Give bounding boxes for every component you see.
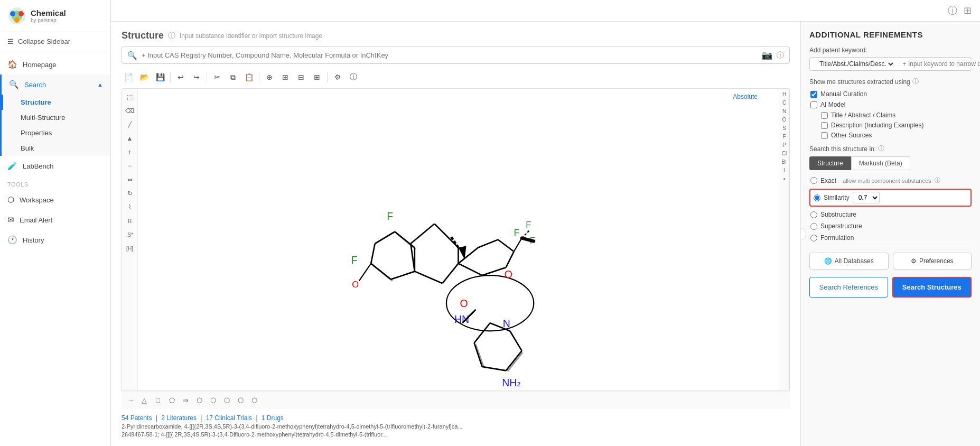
svg-line-7 <box>410 224 434 244</box>
toolbar-save-btn[interactable]: 💾 <box>153 70 167 84</box>
sidebar-item-homepage[interactable]: 🏠 Homepage <box>0 54 110 75</box>
tool-erase[interactable]: ⌫ <box>124 105 136 117</box>
grid-icon[interactable]: ⊞ <box>964 5 972 16</box>
substructure-radio[interactable] <box>810 211 817 218</box>
tool-atom-s[interactable]: .S* <box>124 228 136 241</box>
sidebar-item-multi-structure[interactable]: Multi-Structure <box>2 110 110 125</box>
atom-P[interactable]: P <box>781 142 787 148</box>
structure-search-bar: 🔍 📷 ⓘ <box>122 47 790 64</box>
tool-zoom-out[interactable]: − <box>124 160 136 172</box>
toolbar-cut-btn[interactable]: ✂ <box>210 70 224 84</box>
search-references-btn[interactable]: Search References <box>809 277 888 298</box>
manual-curation-checkbox[interactable] <box>810 91 817 98</box>
similarity-value-select[interactable]: 0.7 0.8 0.9 1.0 <box>853 192 880 203</box>
toolbar-zoom-fit-btn[interactable]: ⊕ <box>263 70 276 84</box>
other-sources-checkbox[interactable] <box>821 132 828 139</box>
atom-dot[interactable]: • <box>782 175 787 182</box>
manual-curation-label: Manual Curation <box>820 90 867 98</box>
ai-model-checkbox[interactable] <box>810 101 817 108</box>
sidebar-item-email-alert[interactable]: ✉ Email Alert <box>0 210 110 230</box>
exact-radio[interactable] <box>810 177 817 184</box>
toolbar-new-btn[interactable]: 📄 <box>122 70 135 84</box>
keyword-scope-select[interactable]: Title/Abst./Claims/Desc. <box>817 60 895 68</box>
atom-C[interactable]: C <box>781 99 787 106</box>
tool-bond-up[interactable]: ▲ <box>124 132 136 145</box>
toolbar-align-h-btn[interactable]: ⊟ <box>294 70 308 84</box>
tool-hydrogen[interactable]: [H] <box>124 242 136 255</box>
clinical-trials-link[interactable]: 17 Clinical Trials <box>206 414 252 422</box>
sidebar-item-bulk[interactable]: Bulk <box>2 141 110 156</box>
atom-N[interactable]: N <box>781 108 787 115</box>
sidebar-item-workspace[interactable]: ⬡ Workspace <box>0 190 110 210</box>
toolbar-sep-1 <box>170 72 171 82</box>
sidebar-item-labench[interactable]: 🧪 LabBench <box>0 156 110 176</box>
atom-Cl[interactable]: Cl <box>781 150 788 157</box>
tool-scale[interactable]: ⇔ <box>124 173 136 186</box>
exact-label: Exact <box>820 177 836 184</box>
all-databases-btn[interactable]: 🌐 All Databases <box>809 253 889 270</box>
tool-zoom-in[interactable]: + <box>124 146 136 159</box>
similarity-radio[interactable] <box>814 194 820 201</box>
atom-F[interactable]: F <box>781 133 787 140</box>
preferences-btn[interactable]: ⚙ Preferences <box>893 253 972 270</box>
collapse-sidebar-button[interactable]: ☰ Collapse Sidebar <box>0 32 110 51</box>
shape-pentagon[interactable]: ⬠ <box>166 395 178 406</box>
tool-bond[interactable]: ╱ <box>124 118 136 131</box>
drugs-link[interactable]: 1 Drugs <box>262 414 284 422</box>
sidebar-item-structure[interactable]: Structure <box>2 95 110 110</box>
labench-icon: 🧪 <box>7 161 17 171</box>
search-structures-btn[interactable]: Search Structures <box>892 277 972 298</box>
tool-select[interactable]: ⬚ <box>124 91 136 104</box>
toolbar-copy-btn[interactable]: ⧉ <box>226 70 240 84</box>
patents-link[interactable]: 54 Patents <box>122 414 152 422</box>
shape-arrow2[interactable]: ⇒ <box>180 395 191 406</box>
title-abstract-checkbox[interactable] <box>821 112 828 119</box>
atom-I[interactable]: I <box>782 167 786 174</box>
toolbar-undo-btn[interactable]: ↩ <box>174 70 188 84</box>
toolbar-redo-btn[interactable]: ↪ <box>190 70 203 84</box>
toolbar-layout-btn[interactable]: ⊞ <box>278 70 292 84</box>
description-checkbox[interactable] <box>821 122 828 129</box>
shape-arrow[interactable]: → <box>125 395 136 406</box>
sidebar-item-history[interactable]: 🕐 History <box>0 230 110 250</box>
shape-triangle[interactable]: △ <box>138 395 150 406</box>
sidebar-item-properties[interactable]: Properties <box>2 125 110 141</box>
shape-hex2[interactable]: ⬡ <box>207 395 219 406</box>
structure-search-input[interactable] <box>142 51 758 59</box>
svg-text:O: O <box>352 280 359 290</box>
email-icon: ✉ <box>7 215 14 225</box>
toolbar-open-btn[interactable]: 📂 <box>137 70 151 84</box>
shape-hex3[interactable]: ⬡ <box>221 395 232 406</box>
shape-hex1[interactable]: ⬡ <box>193 395 205 406</box>
atom-S[interactable]: S <box>781 125 787 132</box>
literatures-link[interactable]: 2 Literatures <box>161 414 197 422</box>
svg-line-22 <box>506 351 522 371</box>
toolbar-settings-btn[interactable]: ⚙ <box>331 70 344 84</box>
sidebar-item-search[interactable]: 🔍 Search ▲ <box>2 75 110 95</box>
shape-rect[interactable]: □ <box>152 395 164 406</box>
keyword-input[interactable] <box>903 60 980 68</box>
svg-line-14 <box>506 252 514 267</box>
tool-chain[interactable]: ⌇ <box>124 201 136 213</box>
help-icon[interactable]: ⓘ <box>948 4 957 17</box>
atom-H[interactable]: H <box>781 91 787 98</box>
molecule-canvas[interactable]: Absolute <box>138 89 779 391</box>
camera-icon[interactable]: 📷 <box>762 50 772 60</box>
tool-atom-r[interactable]: R <box>124 215 136 227</box>
tab-markush[interactable]: Markush (Beta) <box>851 156 910 170</box>
panel-title: ADDITIONAL REFINEMENTS <box>809 30 972 39</box>
toolbar-info-btn[interactable]: ⓘ <box>347 70 360 84</box>
toolbar-paste-btn[interactable]: 📋 <box>242 70 256 84</box>
toolbar-align-v-btn[interactable]: ⊞ <box>310 70 324 84</box>
formulation-radio[interactable] <box>810 235 817 241</box>
shape-hex4[interactable]: ⬡ <box>235 395 246 406</box>
tab-structure[interactable]: Structure <box>809 156 851 170</box>
superstructure-radio[interactable] <box>810 223 817 230</box>
shape-hex5[interactable]: ⬡ <box>248 395 260 406</box>
svg-line-16 <box>478 240 498 248</box>
atom-Br[interactable]: Br <box>781 159 788 165</box>
sidebar: Chemical by patsnap ☰ Collapse Sidebar 🏠… <box>0 0 111 446</box>
atom-O[interactable]: O <box>781 116 788 123</box>
structure-header: Structure ⓘ Input substance identifier o… <box>122 30 790 41</box>
tool-rotate[interactable]: ↻ <box>124 187 136 200</box>
